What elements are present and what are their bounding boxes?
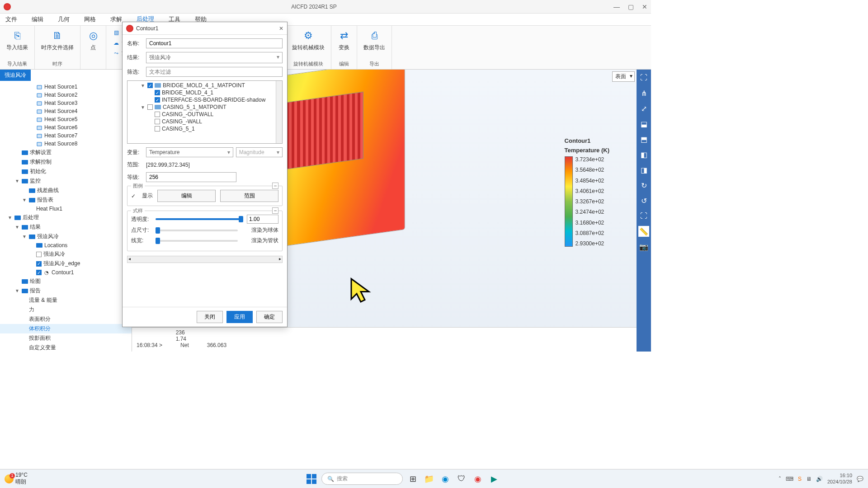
tree-heatflux[interactable]: Heat Flux1 (0, 205, 132, 213)
fullscreen-icon[interactable]: ⛶ (638, 211, 649, 221)
checkbox-checked[interactable]: ✓ (155, 90, 160, 95)
tree-locations[interactable]: Locations (0, 241, 132, 249)
menu-file[interactable]: 文件 (4, 14, 19, 24)
ok-button[interactable]: 确定 (256, 311, 283, 323)
view-xz-icon[interactable]: ⬒ (638, 134, 649, 145)
timeseries-button[interactable]: 🗎 时序文件选择 (39, 28, 75, 53)
region-tree[interactable]: ▼✓BRIDGE_MOLD_4_1_MATPOINT ✓BRIDGE_MOLD_… (127, 80, 283, 144)
tree-surface-integral[interactable]: 表面积分 (0, 314, 132, 324)
tree-volume-integral[interactable]: 体积积分 (0, 324, 132, 333)
edit-legend-button[interactable]: 编辑 (157, 190, 216, 202)
filter-input[interactable] (146, 67, 283, 77)
view-xy-icon[interactable]: ⬓ (638, 118, 649, 129)
tree-plot-folder[interactable]: 绘图 (0, 277, 132, 286)
tree-forced-item[interactable]: 强迫风冷 (0, 249, 132, 259)
tree-monitor[interactable]: ▼监控 (0, 176, 132, 186)
tree-tab[interactable]: 强迫风冷 (0, 70, 31, 81)
chevron-down-icon[interactable]: ▼ (7, 215, 13, 220)
checkbox-checked[interactable]: ✓ (36, 270, 42, 275)
tree-init[interactable]: 初始化 (0, 167, 132, 176)
render-mode-dropdown[interactable]: 表面 (612, 71, 635, 82)
rotate-machinery-button[interactable]: ⚙ 旋转机械模块 (290, 28, 326, 53)
sphere-checkbox[interactable] (241, 227, 248, 234)
checkbox[interactable] (36, 252, 42, 257)
rotate-ccw-icon[interactable]: ↺ (638, 195, 649, 206)
menu-solve[interactable]: 求解 (108, 14, 124, 24)
menu-geometry[interactable]: 几何 (56, 14, 71, 24)
import-result-button[interactable]: ⎘ 导入结果 (5, 28, 30, 53)
magnitude-select[interactable]: Magnitude (236, 147, 283, 157)
chevron-down-icon[interactable]: ▼ (140, 105, 146, 110)
ruler-icon[interactable]: 📏 (638, 226, 649, 237)
tree-heat-source8[interactable]: Heat Source8 (0, 140, 132, 148)
camera-icon[interactable]: 📷 (638, 241, 649, 252)
chevron-down-icon[interactable]: ▼ (22, 197, 27, 202)
point-button[interactable]: ◎ 点 (85, 28, 101, 53)
rotate-cw-icon[interactable]: ↻ (638, 180, 649, 191)
result-select[interactable]: 强迫风冷 (146, 52, 283, 63)
tree-report[interactable]: ▼报告 (0, 286, 132, 296)
tree-heat-source4[interactable]: Heat Source4 (0, 107, 132, 115)
collapse-button[interactable]: – (272, 183, 278, 189)
menu-edit[interactable]: 编辑 (30, 14, 45, 24)
menu-mesh[interactable]: 网格 (82, 14, 98, 24)
checkbox-checked[interactable]: ✓ (147, 83, 153, 88)
checkbox[interactable] (155, 119, 160, 124)
show-checkbox[interactable]: ✓ (131, 193, 137, 199)
tree-contour1[interactable]: ✓◔Contour1 (0, 268, 132, 277)
tree-residual[interactable]: 残差曲线 (0, 186, 132, 195)
tree-report-table[interactable]: ▼报告表 (0, 195, 132, 205)
tree-post[interactable]: ▼后处理 (0, 213, 132, 222)
variable-select[interactable]: Temperature (146, 147, 233, 157)
iso-icon[interactable]: ◨ (638, 164, 649, 175)
tree-heat-source6[interactable]: Heat Source6 (0, 123, 132, 131)
tree-solve-settings[interactable]: 求解设置 (0, 148, 132, 157)
tree-force[interactable]: 力 (0, 305, 132, 314)
axis-icon[interactable]: ⋔ (638, 88, 649, 99)
tree-solve-control[interactable]: 求解控制 (0, 157, 132, 167)
range-legend-button[interactable]: 范围 (220, 190, 278, 202)
fit-icon[interactable]: ⤢ (638, 103, 649, 114)
chevron-down-icon[interactable]: ▼ (140, 83, 146, 88)
chevron-down-icon[interactable]: ▼ (14, 225, 20, 230)
tube-checkbox[interactable] (241, 238, 248, 244)
checkbox[interactable] (147, 104, 153, 110)
horizontal-scrollbar[interactable] (127, 256, 283, 263)
minimize-button[interactable]: — (613, 3, 620, 10)
checkbox-checked[interactable]: ✓ (155, 97, 160, 103)
opacity-input[interactable] (247, 215, 278, 224)
tree-custom-variable[interactable]: 自定义变量 (0, 343, 132, 352)
checkbox-checked[interactable]: ✓ (36, 261, 42, 267)
view-yz-icon[interactable]: ◧ (638, 149, 649, 160)
tree-panel[interactable]: 强迫风冷 Heat Source1 Heat Source2 Heat Sour… (0, 70, 132, 352)
transform-button[interactable]: ⇄ 变换 (336, 28, 352, 53)
close-button[interactable]: ✕ (642, 3, 647, 10)
level-input[interactable] (146, 172, 236, 182)
pointsize-slider[interactable] (156, 230, 238, 231)
expand-icon[interactable]: ⛶ (638, 72, 649, 83)
close-dialog-button[interactable]: 关闭 (197, 311, 223, 323)
tree-heat-source1[interactable]: Heat Source1 (0, 83, 132, 91)
tree-forced-edge[interactable]: ✓强迫风冷_edge (0, 259, 132, 268)
export-button[interactable]: ⎙ 数据导出 (362, 28, 387, 53)
dialog-close-button[interactable]: ✕ (279, 25, 283, 32)
collapse-button[interactable]: – (272, 207, 278, 214)
opacity-slider[interactable] (156, 218, 243, 220)
tree-flow-energy[interactable]: 流量 & 能量 (0, 296, 132, 305)
chevron-down-icon[interactable]: ▼ (14, 288, 20, 293)
scrollbar[interactable] (276, 81, 282, 143)
tree-forced-cooling[interactable]: ▼强迫风冷 (0, 232, 132, 241)
tree-results[interactable]: ▼结果 (0, 222, 132, 232)
chevron-down-icon[interactable]: ▼ (14, 178, 20, 183)
chevron-down-icon[interactable]: ▼ (22, 234, 27, 239)
name-input[interactable] (146, 38, 283, 48)
tree-heat-source2[interactable]: Heat Source2 (0, 91, 132, 99)
tree-heat-source7[interactable]: Heat Source7 (0, 131, 132, 140)
maximize-button[interactable]: ▢ (628, 3, 634, 10)
apply-button[interactable]: 应用 (226, 311, 253, 323)
tree-projection-area[interactable]: 投影面积 (0, 333, 132, 343)
linewidth-slider[interactable] (156, 240, 238, 242)
tree-heat-source3[interactable]: Heat Source3 (0, 99, 132, 107)
tree-heat-source5[interactable]: Heat Source5 (0, 115, 132, 123)
checkbox[interactable] (155, 112, 160, 117)
